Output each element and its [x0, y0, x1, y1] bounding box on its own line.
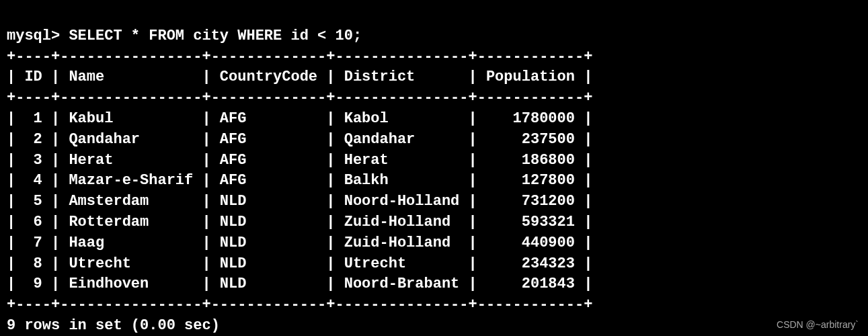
- table-row: | 3 | Herat | AFG | Herat | 186800 |: [7, 152, 592, 169]
- table-border-mid: +----+----------------+-------------+---…: [7, 89, 592, 106]
- table-header-row: | ID | Name | CountryCode | District | P…: [7, 69, 592, 85]
- table-border-top: +----+----------------+-------------+---…: [7, 48, 592, 65]
- table-row: | 1 | Kabul | AFG | Kabol | 1780000 |: [7, 110, 592, 127]
- csdn-watermark: CSDN @~arbitrary`: [777, 319, 859, 332]
- mysql-prompt: mysql> SELECT * FROM city WHERE id < 10;: [7, 28, 362, 44]
- table-row: | 7 | Haag | NLD | Zuid-Holland | 440900…: [7, 235, 592, 251]
- table-row: | 9 | Eindhoven | NLD | Noord-Brabant | …: [7, 276, 592, 292]
- mysql-terminal[interactable]: mysql> SELECT * FROM city WHERE id < 10;…: [7, 5, 861, 336]
- table-row: | 2 | Qandahar | AFG | Qandahar | 237500…: [7, 131, 592, 148]
- table-row: | 8 | Utrecht | NLD | Utrecht | 234323 |: [7, 255, 592, 272]
- table-row: | 4 | Mazar-e-Sharif | AFG | Balkh | 127…: [7, 172, 592, 189]
- table-row: | 6 | Rotterdam | NLD | Zuid-Holland | 5…: [7, 214, 592, 230]
- result-summary: 9 rows in set (0.00 sec): [7, 317, 220, 334]
- table-border-bottom: +----+----------------+-------------+---…: [7, 296, 592, 313]
- sql-query: SELECT * FROM city WHERE id < 10;: [69, 28, 362, 44]
- table-row: | 5 | Amsterdam | NLD | Noord-Holland | …: [7, 193, 592, 210]
